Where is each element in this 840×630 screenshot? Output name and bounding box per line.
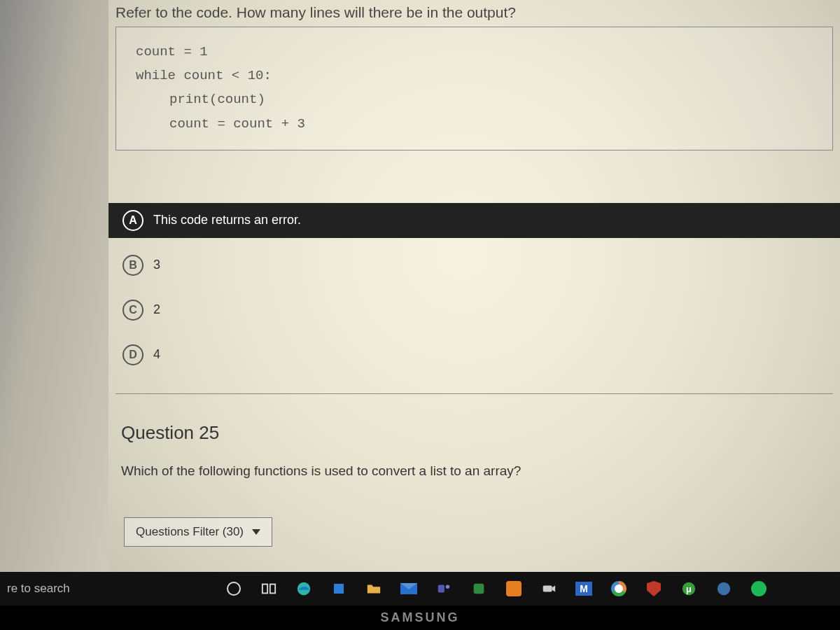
code-line: print(count) (136, 88, 813, 111)
task-view-icon[interactable] (259, 579, 279, 598)
badge-icon[interactable] (714, 579, 734, 598)
code-line: count = 1 (136, 40, 813, 64)
option-letter: D (122, 344, 144, 365)
windows-taskbar: re to search M μ (0, 572, 840, 606)
option-text: 2 (153, 302, 160, 317)
option-c[interactable]: C 2 (108, 293, 840, 328)
question-divider (115, 393, 833, 394)
code-line: while count < 10: (136, 64, 813, 88)
option-letter: A (122, 210, 144, 231)
next-question-title: Question 25 (121, 422, 840, 444)
teams-icon[interactable] (434, 579, 454, 598)
camera-icon[interactable] (539, 579, 559, 598)
svg-rect-1 (270, 584, 275, 594)
taskbar-search[interactable]: re to search (0, 582, 203, 596)
file-explorer-icon[interactable] (364, 579, 384, 598)
option-b[interactable]: B 3 (108, 248, 840, 283)
chrome-icon[interactable] (609, 579, 629, 598)
question-prompt: Refer to the code. How many lines will t… (108, 0, 840, 27)
code-block: count = 1 while count < 10: print(count)… (115, 27, 833, 150)
mail-icon[interactable] (399, 579, 419, 598)
option-text: This code returns an error. (153, 213, 301, 227)
svg-point-9 (718, 582, 730, 595)
taskbar-icons: M μ (224, 579, 769, 598)
spotify-icon[interactable] (749, 579, 769, 598)
option-a[interactable]: A This code returns an error. (108, 203, 840, 238)
next-question-text: Which of the following functions is used… (121, 463, 840, 479)
code-line: count = count + 3 (136, 112, 813, 136)
option-letter: C (122, 300, 144, 321)
svg-rect-5 (474, 584, 484, 594)
option-d[interactable]: D 4 (108, 337, 840, 372)
app-green-icon[interactable] (469, 579, 489, 598)
chevron-down-icon (252, 529, 260, 535)
svg-text:μ: μ (686, 584, 692, 594)
svg-rect-0 (262, 584, 267, 594)
questions-filter-dropdown[interactable]: Questions Filter (30) (124, 517, 272, 547)
svg-rect-3 (438, 585, 444, 593)
cortana-icon[interactable] (224, 579, 244, 598)
filter-label: Questions Filter (30) (136, 525, 244, 539)
option-text: 3 (153, 258, 160, 272)
app-icon[interactable] (329, 579, 349, 598)
next-question: Question 25 Which of the following funct… (121, 422, 840, 479)
laptop-bezel-brand: SAMSUNG (0, 606, 840, 630)
svg-point-4 (446, 585, 450, 589)
option-text: 4 (153, 347, 160, 362)
edge-icon[interactable] (294, 579, 314, 598)
option-letter: B (122, 255, 144, 276)
screen-left-edge (0, 0, 108, 606)
answer-options: A This code returns an error. B 3 C 2 D … (108, 203, 840, 372)
quiz-page: Refer to the code. How many lines will t… (108, 0, 840, 630)
app-orange-icon[interactable] (504, 579, 524, 598)
utorrent-icon[interactable]: μ (679, 579, 699, 598)
shield-icon[interactable] (644, 579, 664, 598)
m-app-icon[interactable]: M (574, 579, 594, 598)
svg-rect-6 (543, 585, 552, 592)
